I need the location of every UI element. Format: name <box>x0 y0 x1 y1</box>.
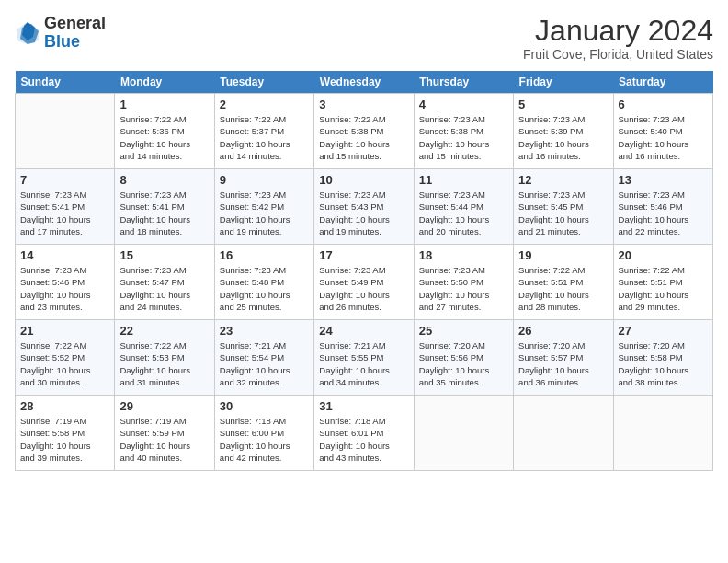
day-header-tuesday: Tuesday <box>214 71 313 94</box>
day-info: Sunrise: 7:23 AMSunset: 5:47 PMDaylight:… <box>119 264 209 313</box>
day-cell: 17Sunrise: 7:23 AMSunset: 5:49 PMDayligh… <box>314 245 414 320</box>
day-number: 25 <box>419 324 508 338</box>
day-cell: 30Sunrise: 7:18 AMSunset: 6:00 PMDayligh… <box>214 396 313 471</box>
day-cell: 12Sunrise: 7:23 AMSunset: 5:45 PMDayligh… <box>514 169 613 245</box>
day-cell: 4Sunrise: 7:23 AMSunset: 5:38 PMDaylight… <box>414 94 513 169</box>
day-cell: 20Sunrise: 7:22 AMSunset: 5:51 PMDayligh… <box>613 245 712 320</box>
day-cell: 25Sunrise: 7:20 AMSunset: 5:56 PMDayligh… <box>414 320 513 396</box>
day-info: Sunrise: 7:23 AMSunset: 5:40 PMDaylight:… <box>619 113 708 162</box>
day-number: 5 <box>518 98 608 111</box>
day-number: 31 <box>319 399 408 413</box>
day-number: 24 <box>319 324 408 338</box>
day-cell: 26Sunrise: 7:20 AMSunset: 5:57 PMDayligh… <box>514 320 613 396</box>
day-number: 14 <box>20 248 109 262</box>
day-info: Sunrise: 7:23 AMSunset: 5:46 PMDaylight:… <box>20 264 109 313</box>
header-row: SundayMondayTuesdayWednesdayThursdayFrid… <box>16 71 713 94</box>
day-info: Sunrise: 7:23 AMSunset: 5:39 PMDaylight:… <box>518 113 608 162</box>
day-number: 4 <box>419 98 508 111</box>
day-info: Sunrise: 7:23 AMSunset: 5:48 PMDaylight:… <box>220 264 309 313</box>
day-info: Sunrise: 7:20 AMSunset: 5:56 PMDaylight:… <box>419 339 508 388</box>
day-number: 2 <box>220 98 309 111</box>
day-info: Sunrise: 7:19 AMSunset: 5:58 PMDaylight:… <box>20 415 109 464</box>
day-number: 22 <box>119 324 209 338</box>
day-cell: 15Sunrise: 7:23 AMSunset: 5:47 PMDayligh… <box>115 245 214 320</box>
day-number: 29 <box>119 399 209 413</box>
day-number: 9 <box>220 173 309 187</box>
day-number: 21 <box>20 324 109 338</box>
day-info: Sunrise: 7:23 AMSunset: 5:42 PMDaylight:… <box>220 189 309 237</box>
day-cell: 3Sunrise: 7:22 AMSunset: 5:38 PMDaylight… <box>314 94 414 169</box>
day-number: 27 <box>619 324 708 338</box>
day-info: Sunrise: 7:23 AMSunset: 5:49 PMDaylight:… <box>319 264 408 313</box>
day-number: 18 <box>419 248 508 262</box>
day-cell: 21Sunrise: 7:22 AMSunset: 5:52 PMDayligh… <box>16 320 115 396</box>
day-number: 20 <box>619 248 708 262</box>
day-number: 8 <box>119 173 209 187</box>
day-header-monday: Monday <box>115 71 214 94</box>
day-cell <box>613 396 712 471</box>
day-header-friday: Friday <box>514 71 613 94</box>
day-number: 15 <box>119 248 209 262</box>
day-cell: 27Sunrise: 7:20 AMSunset: 5:58 PMDayligh… <box>613 320 712 396</box>
day-cell <box>414 396 513 471</box>
day-info: Sunrise: 7:22 AMSunset: 5:53 PMDaylight:… <box>119 339 209 388</box>
week-row-3: 14Sunrise: 7:23 AMSunset: 5:46 PMDayligh… <box>16 245 713 320</box>
day-number: 17 <box>319 248 408 262</box>
day-info: Sunrise: 7:19 AMSunset: 5:59 PMDaylight:… <box>119 415 209 464</box>
day-info: Sunrise: 7:23 AMSunset: 5:41 PMDaylight:… <box>119 189 209 237</box>
day-info: Sunrise: 7:18 AMSunset: 6:00 PMDaylight:… <box>220 415 309 464</box>
day-number: 7 <box>20 173 109 187</box>
month-title: January 2024 <box>523 15 713 47</box>
day-cell: 16Sunrise: 7:23 AMSunset: 5:48 PMDayligh… <box>214 245 313 320</box>
week-row-1: 1Sunrise: 7:22 AMSunset: 5:36 PMDaylight… <box>16 94 713 169</box>
day-info: Sunrise: 7:22 AMSunset: 5:36 PMDaylight:… <box>119 113 209 162</box>
day-info: Sunrise: 7:18 AMSunset: 6:01 PMDaylight:… <box>319 415 408 464</box>
day-number: 16 <box>220 248 309 262</box>
day-info: Sunrise: 7:22 AMSunset: 5:37 PMDaylight:… <box>220 113 309 162</box>
day-info: Sunrise: 7:23 AMSunset: 5:50 PMDaylight:… <box>419 264 508 313</box>
header: General Blue January 2024 Fruit Cove, Fl… <box>15 15 713 62</box>
day-info: Sunrise: 7:22 AMSunset: 5:51 PMDaylight:… <box>518 264 608 313</box>
day-cell: 18Sunrise: 7:23 AMSunset: 5:50 PMDayligh… <box>414 245 513 320</box>
day-info: Sunrise: 7:23 AMSunset: 5:38 PMDaylight:… <box>419 113 508 162</box>
day-number: 26 <box>518 324 608 338</box>
calendar-table: SundayMondayTuesdayWednesdayThursdayFrid… <box>15 71 713 471</box>
day-info: Sunrise: 7:22 AMSunset: 5:51 PMDaylight:… <box>619 264 708 313</box>
location-subtitle: Fruit Cove, Florida, United States <box>523 47 713 62</box>
day-info: Sunrise: 7:23 AMSunset: 5:44 PMDaylight:… <box>419 189 508 237</box>
day-cell: 9Sunrise: 7:23 AMSunset: 5:42 PMDaylight… <box>214 169 313 245</box>
day-number: 19 <box>518 248 608 262</box>
day-cell: 24Sunrise: 7:21 AMSunset: 5:55 PMDayligh… <box>314 320 414 396</box>
week-row-2: 7Sunrise: 7:23 AMSunset: 5:41 PMDaylight… <box>16 169 713 245</box>
day-number: 30 <box>220 399 309 413</box>
day-cell: 13Sunrise: 7:23 AMSunset: 5:46 PMDayligh… <box>613 169 712 245</box>
day-header-sunday: Sunday <box>16 71 115 94</box>
day-number: 11 <box>419 173 508 187</box>
day-cell: 23Sunrise: 7:21 AMSunset: 5:54 PMDayligh… <box>214 320 313 396</box>
day-number: 6 <box>619 98 708 111</box>
week-row-5: 28Sunrise: 7:19 AMSunset: 5:58 PMDayligh… <box>16 396 713 471</box>
title-block: January 2024 Fruit Cove, Florida, United… <box>523 15 713 62</box>
day-info: Sunrise: 7:21 AMSunset: 5:54 PMDaylight:… <box>220 339 309 388</box>
day-info: Sunrise: 7:22 AMSunset: 5:38 PMDaylight:… <box>319 113 408 162</box>
day-info: Sunrise: 7:20 AMSunset: 5:58 PMDaylight:… <box>619 339 708 388</box>
day-cell: 31Sunrise: 7:18 AMSunset: 6:01 PMDayligh… <box>314 396 414 471</box>
day-cell: 28Sunrise: 7:19 AMSunset: 5:58 PMDayligh… <box>16 396 115 471</box>
logo-text: General Blue <box>44 15 106 52</box>
day-cell: 10Sunrise: 7:23 AMSunset: 5:43 PMDayligh… <box>314 169 414 245</box>
day-info: Sunrise: 7:23 AMSunset: 5:43 PMDaylight:… <box>319 189 408 237</box>
day-number: 28 <box>20 399 109 413</box>
logo: General Blue <box>15 15 106 52</box>
day-cell: 1Sunrise: 7:22 AMSunset: 5:36 PMDaylight… <box>115 94 214 169</box>
day-number: 3 <box>319 98 408 111</box>
day-info: Sunrise: 7:23 AMSunset: 5:46 PMDaylight:… <box>619 189 708 237</box>
day-number: 23 <box>220 324 309 338</box>
day-cell: 5Sunrise: 7:23 AMSunset: 5:39 PMDaylight… <box>514 94 613 169</box>
day-header-thursday: Thursday <box>414 71 513 94</box>
day-cell: 29Sunrise: 7:19 AMSunset: 5:59 PMDayligh… <box>115 396 214 471</box>
day-number: 13 <box>619 173 708 187</box>
day-number: 1 <box>119 98 209 111</box>
day-cell: 7Sunrise: 7:23 AMSunset: 5:41 PMDaylight… <box>16 169 115 245</box>
day-info: Sunrise: 7:21 AMSunset: 5:55 PMDaylight:… <box>319 339 408 388</box>
day-cell: 14Sunrise: 7:23 AMSunset: 5:46 PMDayligh… <box>16 245 115 320</box>
